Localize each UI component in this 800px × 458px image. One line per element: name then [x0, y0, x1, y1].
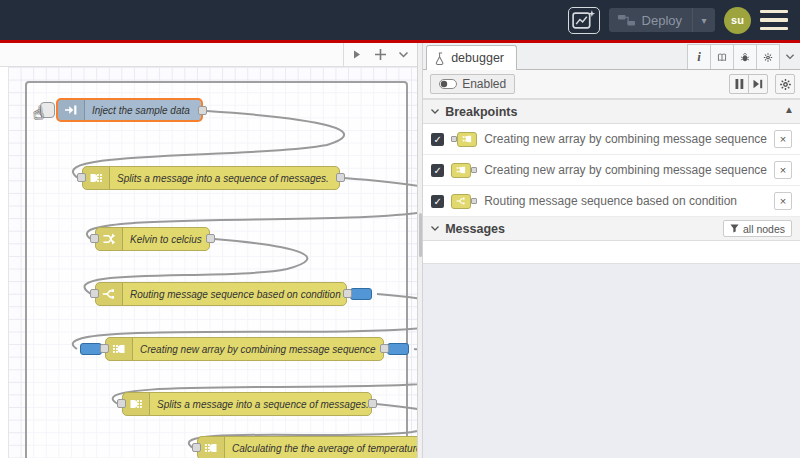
output-port[interactable] — [206, 234, 215, 243]
breakpoints-list: ✓Creating new array by combining message… — [423, 124, 800, 217]
splitter-grip[interactable] — [419, 213, 422, 257]
toggle-icon — [439, 79, 457, 89]
breakpoint-marker[interactable] — [350, 288, 372, 300]
inject-icon — [58, 100, 85, 120]
flow-canvas[interactable]: Inject the sample dataSplits a message i… — [0, 67, 417, 458]
breakpoint-marker[interactable] — [80, 343, 102, 355]
tab-debugger-label: debugger — [451, 51, 504, 65]
join-icon — [451, 163, 471, 178]
change-icon — [96, 228, 123, 250]
debugger-toolbar: Enabled — [423, 70, 800, 99]
avatar-initials: su — [731, 14, 744, 26]
output-port[interactable] — [336, 173, 345, 182]
flow-list-chevron-icon[interactable] — [392, 44, 415, 66]
remove-breakpoint-button[interactable]: × — [774, 161, 792, 179]
switch-icon — [451, 194, 471, 209]
workspace-tab-bar — [0, 43, 417, 67]
breakpoint-node-icon — [451, 132, 477, 147]
node-label: Splits a message into a sequence of mess… — [110, 167, 339, 189]
settings-gear-icon[interactable] — [756, 44, 780, 69]
filter-funnel-icon — [730, 224, 739, 233]
node-label: Inject the sample data — [85, 100, 201, 120]
breakpoint-checkbox[interactable]: ✓ — [431, 133, 444, 146]
gear-icon[interactable] — [775, 74, 795, 94]
input-port[interactable] — [90, 234, 99, 243]
remove-breakpoint-button[interactable]: × — [774, 130, 792, 148]
input-port[interactable] — [100, 344, 109, 353]
step-icon[interactable] — [748, 74, 768, 94]
chevron-down-icon — [431, 109, 439, 114]
breakpoint-label: Creating new array by combining message … — [484, 163, 767, 177]
enabled-label: Enabled — [462, 77, 506, 91]
scroll-to-top-icon[interactable]: ▲ — [784, 105, 794, 115]
output-port[interactable] — [343, 289, 352, 298]
breakpoints-title: Breakpoints — [445, 105, 517, 119]
sidebar-filler — [423, 264, 800, 458]
node-label: Calculating the the average of temperatu… — [225, 437, 417, 458]
output-port[interactable] — [368, 399, 377, 408]
output-port[interactable] — [380, 344, 389, 353]
deploy-label: Deploy — [635, 13, 692, 28]
main-area: Inject the sample dataSplits a message i… — [0, 43, 800, 458]
breakpoints-section-header[interactable]: Breakpoints ▲ — [423, 99, 800, 124]
flow-node-join[interactable]: Calculating the the average of temperatu… — [197, 436, 417, 458]
sidebar-tabs-chevron-icon[interactable] — [780, 44, 800, 69]
messages-section-header[interactable]: Messages all nodes — [423, 217, 800, 241]
tab-debugger[interactable]: debugger — [426, 45, 517, 70]
breakpoint-checkbox[interactable]: ✓ — [431, 164, 444, 177]
flow-node-change[interactable]: Kelvin to celcius — [95, 227, 210, 251]
breakpoint-label: Routing message sequence based on condit… — [484, 194, 767, 208]
deploy-nodes-icon — [618, 14, 635, 27]
input-port[interactable] — [90, 289, 99, 298]
switch-icon — [96, 283, 123, 305]
flask-icon — [435, 52, 446, 65]
bug-icon[interactable] — [733, 44, 757, 69]
output-port[interactable] — [198, 106, 207, 115]
mini-port — [471, 167, 477, 173]
input-port[interactable] — [117, 399, 126, 408]
sidebar: debugger i — [423, 43, 800, 458]
breakpoint-node-icon — [451, 194, 477, 209]
scroll-tabs-icon[interactable] — [346, 44, 369, 66]
deploy-button[interactable]: Deploy ▾ — [609, 8, 715, 32]
pause-icon[interactable] — [729, 74, 749, 94]
sidebar-tab-icons: i — [688, 44, 800, 69]
input-port[interactable] — [77, 173, 86, 182]
join-icon — [198, 437, 225, 458]
messages-filter-button[interactable]: all nodes — [723, 220, 792, 237]
join-icon — [106, 338, 133, 360]
node-label: Kelvin to celcius — [123, 228, 209, 250]
flow-node-join[interactable]: Creating new array by combining message … — [105, 337, 384, 361]
workspace: Inject the sample dataSplits a message i… — [0, 43, 417, 458]
debugger-enabled-toggle[interactable]: Enabled — [430, 74, 515, 94]
help-book-icon[interactable] — [710, 44, 734, 69]
ai-assistant-icon[interactable] — [568, 7, 600, 34]
sidebar-tab-bar: debugger i — [423, 43, 800, 70]
input-port[interactable] — [192, 443, 201, 452]
node-label: Splits a message into a sequence of mess… — [150, 393, 371, 415]
flow-node-split[interactable]: Splits a message into a sequence of mess… — [122, 392, 372, 416]
breakpoint-row[interactable]: ✓Creating new array by combining message… — [423, 155, 800, 186]
main-menu-icon[interactable] — [760, 10, 788, 30]
breakpoint-label: Creating new array by combining message … — [484, 132, 767, 146]
header-bar: Deploy ▾ su — [0, 0, 800, 43]
breakpoint-row[interactable]: ✓Routing message sequence based on condi… — [423, 186, 800, 217]
flow-node-split[interactable]: Splits a message into a sequence of mess… — [82, 166, 340, 190]
remove-breakpoint-button[interactable]: × — [774, 192, 792, 210]
breakpoint-checkbox[interactable]: ✓ — [431, 195, 444, 208]
workspace-tab-actions — [343, 43, 417, 66]
node-label: Creating new array by combining message … — [133, 338, 383, 360]
inject-trigger-button[interactable] — [40, 102, 55, 118]
split-icon — [83, 167, 110, 189]
flow-node-inject[interactable]: Inject the sample data — [56, 98, 203, 122]
breakpoint-node-icon — [451, 163, 477, 178]
messages-filter-label: all nodes — [743, 223, 785, 235]
user-avatar[interactable]: su — [724, 7, 751, 34]
info-icon[interactable]: i — [687, 44, 711, 69]
debugger-step-controls — [729, 74, 795, 94]
breakpoint-marker[interactable] — [387, 343, 409, 355]
deploy-options-chevron-icon[interactable]: ▾ — [693, 15, 715, 26]
add-flow-icon[interactable] — [369, 44, 392, 66]
breakpoint-row[interactable]: ✓Creating new array by combining message… — [423, 124, 800, 155]
flow-node-switch[interactable]: Routing message sequence based on condit… — [95, 282, 347, 306]
